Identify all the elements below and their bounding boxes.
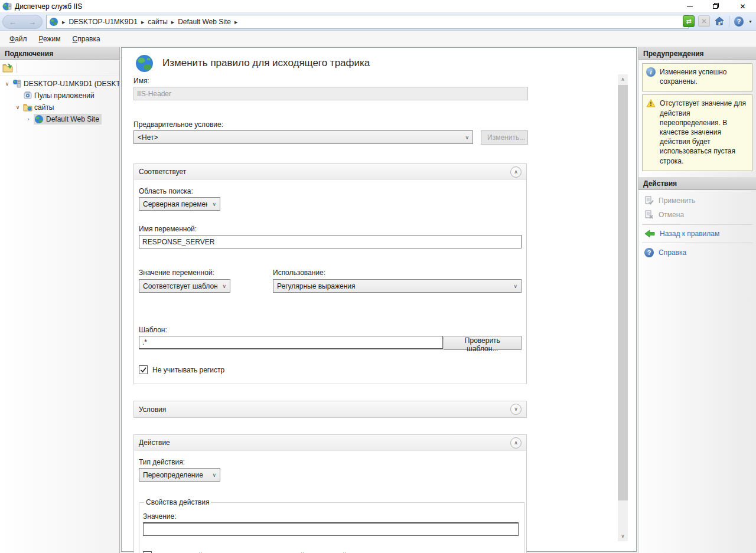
alert-warning: Отсутствует значение для действия переоп…	[642, 94, 752, 171]
breadcrumb-separator-icon[interactable]: ▶	[234, 19, 237, 25]
tree-item-sites[interactable]: ∨ сайты	[0, 102, 119, 113]
app-pools-icon	[23, 91, 32, 100]
action-properties-legend: Свойства действия	[144, 498, 211, 506]
test-pattern-button[interactable]: Проверить шаблон...	[444, 336, 522, 350]
breadcrumb-separator-icon[interactable]: ▶	[171, 19, 174, 25]
save-connection-icon[interactable]	[2, 63, 13, 73]
action-section: Действие ∧ Тип действия: Переопределение…	[133, 434, 527, 553]
collapse-up-icon[interactable]: ∧	[510, 437, 522, 449]
tree-item-label: Пулы приложений	[34, 91, 94, 100]
refresh-icon[interactable]: ⇄	[683, 15, 695, 27]
restore-button[interactable]	[703, 0, 729, 12]
site-globe-icon	[34, 114, 44, 124]
restore-icon	[713, 3, 719, 9]
menu-file[interactable]: Файл	[4, 32, 33, 45]
collapse-up-icon[interactable]: ∧	[510, 166, 522, 178]
window-title: Диспетчер служб IIS	[15, 2, 676, 11]
ignore-case-checkbox[interactable]	[139, 365, 148, 374]
value-label: Значение:	[143, 512, 519, 521]
chevron-down-icon: ∨	[513, 283, 517, 289]
breadcrumb[interactable]: ▶ DESKTOP-U1MK9D1 ▶ сайты ▶ Default Web …	[46, 15, 689, 29]
page-title: Изменить правило для исходящего трафика	[162, 54, 370, 69]
tree-item-default-web-site[interactable]: › Default Web Site	[0, 113, 119, 125]
alert-text: Изменения успешно сохранены.	[660, 67, 748, 86]
checkmark-icon	[140, 367, 146, 373]
stop-icon: ✕	[698, 15, 710, 27]
close-button[interactable]: ✕	[729, 0, 756, 12]
warning-icon	[646, 99, 656, 108]
home-icon[interactable]	[713, 15, 725, 27]
minimize-button[interactable]	[676, 0, 703, 12]
value-input[interactable]	[143, 522, 519, 536]
breadcrumb-separator-icon[interactable]: ▶	[141, 19, 144, 25]
expander-icon[interactable]: ∨	[4, 81, 11, 87]
chevron-down-icon: ∨	[222, 283, 226, 289]
connections-tree: ∨ DESKTOP-U1MK9D1 (DESKTOI Пулы приложен…	[0, 76, 119, 125]
forward-icon[interactable]: →	[28, 18, 36, 27]
cancel-icon	[644, 210, 654, 220]
menu-help[interactable]: Справка	[67, 32, 106, 45]
name-input	[133, 87, 528, 100]
toolbar-separator	[729, 16, 729, 27]
back-arrow-icon	[644, 230, 655, 238]
actions-header: Действия	[638, 177, 756, 190]
connections-header: Подключения	[0, 47, 119, 60]
apply-icon	[644, 196, 654, 205]
actions-sidebar: Предупреждения i Изменения успешно сохра…	[638, 47, 756, 553]
match-section: Соответствует ∧ Область поиска: Серверна…	[133, 163, 527, 384]
sites-folder-icon	[23, 103, 32, 112]
help-icon: ?	[644, 248, 654, 257]
alert-info: i Изменения успешно сохранены.	[642, 63, 752, 91]
expander-icon[interactable]: ›	[25, 116, 32, 122]
variable-value-label: Значение переменной:	[139, 269, 230, 277]
variable-name-input[interactable]	[139, 235, 522, 248]
conditions-section: Условия ∨	[133, 401, 527, 418]
back-icon[interactable]: ←	[9, 18, 17, 27]
breadcrumb-separator-icon: ▶	[62, 19, 65, 25]
ignore-case-label: Не учитывать регистр	[152, 366, 224, 374]
breadcrumb-sites[interactable]: сайты	[148, 18, 168, 26]
alert-text: Отсутствует значение для действия переоп…	[660, 99, 748, 165]
feature-view: Изменить правило для исходящего трафика …	[121, 47, 637, 552]
back-to-rules-link[interactable]: Назад к правилам	[638, 227, 756, 240]
scope-select[interactable]: Серверная переменн ∨	[139, 197, 220, 211]
name-label: Имя:	[133, 77, 528, 85]
menu-view[interactable]: Режим	[33, 32, 67, 45]
scope-label: Область поиска:	[139, 187, 522, 195]
tree-item-label: DESKTOP-U1MK9D1 (DESKTOI	[24, 80, 119, 88]
help-link[interactable]: ? Справка	[638, 246, 756, 260]
tree-item-app-pools[interactable]: Пулы приложений	[0, 90, 119, 102]
precondition-label: Предварительное условие:	[133, 120, 528, 129]
actions-separator	[642, 224, 752, 225]
help-dropdown-icon[interactable]: ▼	[748, 19, 752, 24]
selected-tree-item[interactable]: Default Web Site	[34, 114, 102, 125]
variable-value-select[interactable]: Соответствует шаблону ∨	[139, 279, 230, 293]
feature-globe-icon	[135, 54, 154, 73]
using-select[interactable]: Регулярные выражения ∨	[273, 279, 522, 293]
globe-icon	[49, 17, 58, 27]
chevron-down-icon: ∨	[212, 201, 216, 207]
nav-cloud: ← →	[2, 15, 43, 29]
scroll-down-icon[interactable]: ∨	[618, 531, 628, 541]
vertical-scrollbar[interactable]: ∧ ∨	[618, 74, 628, 541]
scrollbar-thumb[interactable]	[618, 85, 628, 500]
breadcrumb-server[interactable]: DESKTOP-U1MK9D1	[69, 18, 137, 26]
breadcrumb-site[interactable]: Default Web Site	[178, 18, 231, 26]
collapse-down-icon[interactable]: ∨	[510, 404, 522, 415]
scroll-up-icon[interactable]: ∧	[618, 74, 628, 84]
match-section-title: Соответствует	[139, 168, 186, 176]
precondition-select[interactable]: <Нет> ∨	[133, 130, 473, 144]
action-properties-group: Свойства действия Значение: Заменить дей…	[139, 498, 525, 553]
chevron-down-icon: ∨	[465, 135, 469, 140]
action-type-label: Тип действия:	[139, 458, 522, 466]
iis-app-icon	[2, 2, 12, 11]
pattern-label: Шаблон:	[139, 326, 522, 334]
expander-icon[interactable]: ∨	[14, 104, 21, 110]
tree-item-label: сайты	[34, 103, 54, 112]
action-type-select[interactable]: Переопределение ∨	[139, 468, 220, 482]
tree-item-server[interactable]: ∨ DESKTOP-U1MK9D1 (DESKTOI	[0, 78, 119, 90]
help-icon[interactable]: ?	[733, 15, 745, 27]
chevron-down-icon: ∨	[212, 472, 216, 478]
pattern-input[interactable]	[139, 336, 443, 349]
connections-toolbar	[0, 60, 119, 76]
